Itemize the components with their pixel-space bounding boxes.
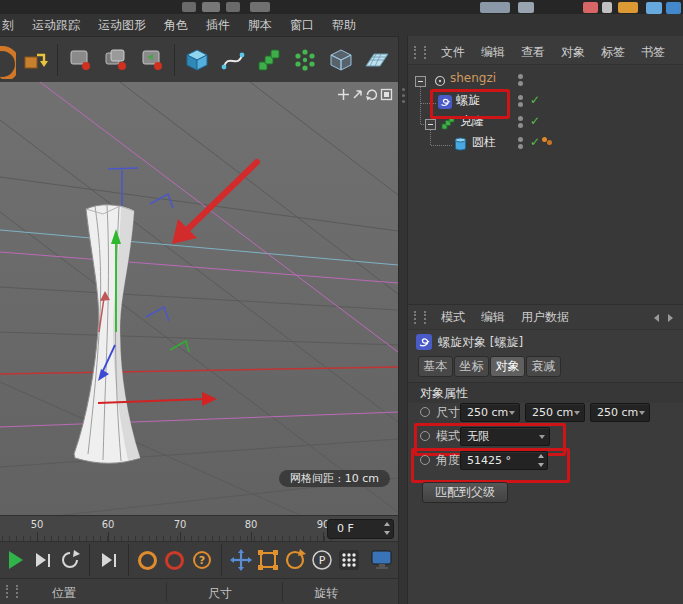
menu-item-plugins[interactable]: 插件	[197, 17, 239, 34]
menu-item-character[interactable]: 角色	[155, 17, 197, 34]
splitter-handle-icon	[402, 88, 405, 91]
tag-dots-icon[interactable]	[542, 137, 547, 142]
panel-splitter[interactable]	[398, 36, 408, 604]
rotate-view-icon[interactable]	[364, 87, 378, 101]
record-move-icon[interactable]	[230, 547, 252, 573]
spline-pen-icon[interactable]	[216, 41, 250, 79]
record-rotate-icon[interactable]	[284, 547, 306, 573]
render-settings-icon[interactable]	[370, 547, 394, 573]
timeline-major-tick	[251, 532, 252, 541]
grip-icon[interactable]	[414, 311, 426, 324]
loop-button[interactable]	[59, 547, 81, 573]
history-back-icon[interactable]	[654, 314, 659, 322]
keyframe-circle-icon[interactable]	[420, 431, 430, 441]
cropped-icon	[666, 2, 681, 14]
current-frame-field[interactable]: 0 F	[327, 519, 394, 539]
play-forward-button[interactable]	[32, 547, 54, 573]
tab-object[interactable]: 对象	[490, 356, 525, 377]
cube-primitive-icon[interactable]	[180, 41, 214, 79]
workplane-icon[interactable]	[18, 41, 52, 79]
record-keyframe-icon[interactable]	[63, 41, 97, 79]
autokey-icon[interactable]	[99, 41, 133, 79]
grip-icon[interactable]	[6, 585, 18, 598]
am-menu-edit[interactable]: 编辑	[473, 309, 513, 326]
cropped-icon	[182, 2, 196, 12]
record-position-button[interactable]	[137, 547, 159, 573]
cropped-icon	[602, 2, 612, 13]
size-column-label: 尺寸	[208, 585, 232, 602]
cloner-icon[interactable]	[252, 41, 286, 79]
toolbar-divider	[57, 44, 58, 76]
viewport[interactable]: 网格间距 : 10 cm	[0, 82, 398, 515]
keyframe-circle-icon[interactable]	[420, 407, 430, 417]
om-menu-file[interactable]: 文件	[433, 44, 473, 61]
fit-to-parent-button[interactable]: 匹配到父级	[422, 482, 508, 503]
om-menu-edit[interactable]: 编辑	[473, 44, 513, 61]
om-menu-view[interactable]: 查看	[513, 44, 553, 61]
record-keyframes-button[interactable]	[164, 547, 186, 573]
visibility-dots-icon[interactable]	[518, 116, 523, 121]
help-button[interactable]: ?	[191, 547, 213, 573]
angle-field[interactable]: 51425 °	[460, 451, 548, 470]
question-glyph: ?	[199, 554, 205, 567]
grip-icon[interactable]	[414, 46, 426, 59]
am-menu-userdata[interactable]: 用户数据	[513, 309, 577, 326]
timeline-tick-label: 80	[245, 519, 258, 530]
plane-grid-icon[interactable]	[360, 41, 394, 79]
tab-basic[interactable]: 基本	[418, 356, 453, 377]
size-y-field[interactable]: 250 cm	[525, 403, 585, 422]
menu-item-motion-tracker[interactable]: 运动跟踪	[23, 17, 89, 34]
enabled-check-icon[interactable]: ✓	[530, 135, 540, 149]
coordinate-bar: 位置 尺寸 旋转	[0, 578, 398, 604]
size-z-field[interactable]: 250 cm	[590, 403, 650, 422]
tree-item-twist[interactable]: 螺旋	[456, 92, 480, 109]
cinema4d-window: 刻 运动跟踪 运动图形 角色 插件 脚本 窗口 帮助	[0, 0, 683, 604]
visibility-dots-icon[interactable]	[518, 74, 523, 79]
keyframe-selection-icon[interactable]	[135, 41, 169, 79]
record-parameter-button[interactable]: P	[311, 547, 333, 573]
tree-item-cloner[interactable]: 克隆	[460, 113, 484, 130]
menu-item-mograph[interactable]: 运动图形	[89, 17, 155, 34]
keyframe-presets-icon[interactable]	[338, 547, 360, 573]
cropped-undo-icon[interactable]	[0, 41, 16, 79]
am-menu-mode[interactable]: 模式	[433, 309, 473, 326]
svg-text:P: P	[319, 554, 326, 567]
om-menu-tags[interactable]: 标签	[593, 44, 633, 61]
frame-spinner[interactable]	[382, 522, 391, 535]
history-forward-icon[interactable]	[668, 314, 673, 322]
viewport-canvas[interactable]	[0, 82, 398, 515]
radial-array-icon[interactable]	[288, 41, 322, 79]
visibility-dots-icon[interactable]	[518, 95, 523, 100]
visibility-dots-icon[interactable]	[518, 137, 523, 142]
attribute-tabs: 基本 坐标 对象 衰减	[408, 356, 683, 378]
menu-item-script[interactable]: 脚本	[239, 17, 281, 34]
instance-cube-icon[interactable]	[324, 41, 358, 79]
play-button[interactable]	[5, 547, 27, 573]
angle-spinner[interactable]	[536, 454, 545, 467]
pan-view-icon[interactable]	[336, 87, 350, 101]
goto-end-button[interactable]	[98, 547, 120, 573]
cropped-icon	[518, 2, 534, 13]
expand-toggle[interactable]	[415, 76, 426, 87]
om-menu-objects[interactable]: 对象	[553, 44, 593, 61]
mode-dropdown[interactable]: 无限	[460, 427, 550, 446]
keyframe-circle-icon[interactable]	[420, 455, 430, 465]
menu-item-window[interactable]: 窗口	[281, 17, 323, 34]
timeline-ruler[interactable]: 50 60 70 80 90 0 F	[0, 515, 398, 542]
record-scale-icon[interactable]	[257, 547, 279, 573]
size-x-field[interactable]: 250 cm	[460, 403, 520, 422]
timeline-major-tick	[108, 532, 109, 541]
enabled-check-icon[interactable]: ✓	[530, 93, 540, 107]
om-menu-bookmarks[interactable]: 书签	[633, 44, 673, 61]
tree-item-shengzi[interactable]: shengzi	[450, 71, 496, 85]
expand-toggle[interactable]	[425, 119, 436, 130]
menu-item-help[interactable]: 帮助	[323, 17, 365, 34]
enabled-check-icon[interactable]: ✓	[530, 114, 540, 128]
tab-coordinates[interactable]: 坐标	[454, 356, 489, 377]
menu-item-sculpt[interactable]: 刻	[0, 17, 23, 34]
tree-item-cylinder[interactable]: 圆柱	[472, 134, 496, 151]
toggle-view-icon[interactable]	[379, 87, 393, 101]
zoom-view-icon[interactable]	[350, 87, 364, 101]
tab-falloff[interactable]: 衰减	[526, 356, 561, 377]
object-properties-section: 对象属性	[408, 382, 683, 403]
